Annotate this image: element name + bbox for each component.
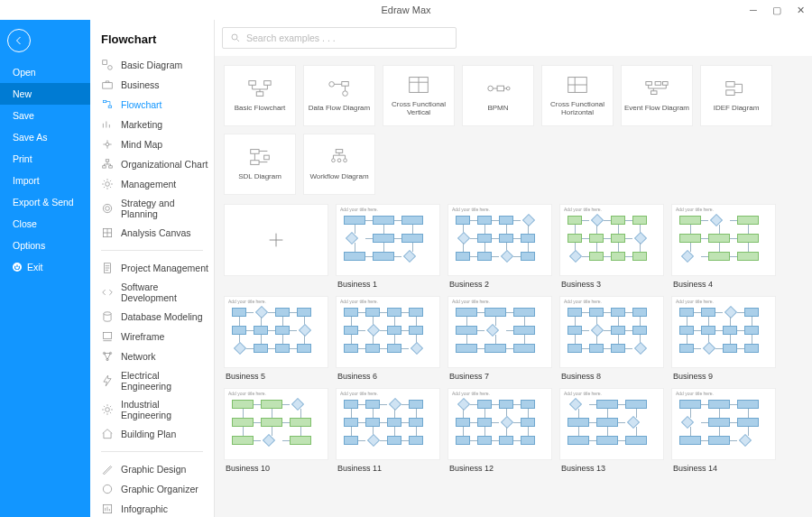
template-scroll-area[interactable]: Basic FlowchartData Flow DiagramCross Fu…: [215, 56, 812, 517]
svg-rect-8: [109, 166, 113, 168]
svg-rect-44: [251, 150, 259, 154]
category-separator: [101, 451, 203, 452]
category-item[interactable]: Wireframe: [90, 327, 212, 346]
example-template-card[interactable]: Add your title here.Business 9: [671, 296, 776, 381]
category-item[interactable]: Flowchart: [90, 95, 212, 115]
example-template-card[interactable]: Add your title here.Business 3: [559, 204, 664, 289]
category-item[interactable]: Organizational Chart: [90, 154, 212, 174]
example-template-card[interactable]: Add your title here.Business 12: [448, 388, 552, 473]
example-template-card[interactable]: Add your title here.Business 1: [336, 204, 440, 289]
category-item[interactable]: Analysis Canvas: [90, 223, 212, 243]
file-menu-item[interactable]: New: [0, 83, 90, 105]
diagram-type-card[interactable]: Basic Flowchart: [224, 65, 296, 126]
category-item[interactable]: Network: [90, 346, 212, 366]
template-label: Business 14: [671, 460, 776, 473]
example-template-card[interactable]: Add your title here.Business 8: [559, 296, 664, 381]
category-item[interactable]: Project Management: [90, 258, 212, 278]
category-item[interactable]: Mind Map: [90, 134, 212, 154]
template-label: Business 5: [224, 368, 328, 381]
category-item[interactable]: Electrical Engineering: [90, 366, 212, 395]
file-menu-item[interactable]: Save As: [0, 126, 90, 148]
diagram-type-label: Cross Functional Vertical: [385, 100, 452, 116]
category-item[interactable]: Infographic: [90, 499, 212, 517]
category-label: Project Management: [121, 263, 208, 273]
category-label: Marketing: [121, 119, 162, 130]
minimize-button[interactable]: ─: [742, 0, 765, 20]
category-label: Analysis Canvas: [121, 227, 191, 238]
grid-icon: [101, 226, 114, 239]
example-template-card[interactable]: Add your title here.Business 13: [559, 388, 664, 473]
template-thumbnail: Add your title here.: [336, 296, 440, 368]
file-menu-item[interactable]: Close: [0, 213, 90, 235]
category-label: Building Plan: [121, 429, 176, 439]
category-item[interactable]: Industrial Engineering: [90, 395, 212, 424]
template-thumbnail: Add your title here.: [559, 204, 664, 276]
category-item[interactable]: Database Modeling: [90, 307, 212, 327]
category-item[interactable]: Graphic Organizer: [90, 479, 212, 499]
search-box[interactable]: [222, 27, 457, 49]
diagram-type-card[interactable]: IDEF Diagram: [700, 65, 772, 126]
wire-icon: [101, 330, 114, 343]
app-body: OpenNewSaveSave AsPrintImportExport & Se…: [0, 20, 812, 517]
diagram-type-card[interactable]: Event Flow Diagram: [621, 65, 693, 126]
diagram-type-card[interactable]: BPMN: [462, 65, 534, 126]
category-item[interactable]: Marketing: [90, 115, 212, 134]
category-item[interactable]: Building Plan: [90, 424, 212, 444]
category-item[interactable]: Business: [90, 75, 212, 95]
example-template-card[interactable]: Add your title here.Business 2: [448, 204, 552, 289]
diagram-type-card[interactable]: Workflow Diagram: [303, 134, 375, 195]
diagram-type-card[interactable]: Data Flow Diagram: [303, 65, 375, 126]
maximize-button[interactable]: ▢: [765, 0, 789, 20]
search-input[interactable]: [246, 32, 448, 43]
file-menu-item[interactable]: Import: [0, 170, 90, 191]
example-template-card[interactable]: Add your title here.Business 7: [448, 296, 552, 381]
svg-rect-43: [726, 90, 734, 96]
category-item[interactable]: Graphic Design: [90, 459, 212, 479]
category-item[interactable]: Management: [90, 174, 212, 194]
template-label: Business 2: [448, 276, 552, 289]
diagram-type-icon: [327, 78, 352, 98]
template-thumbnail: Add your title here.: [559, 388, 664, 460]
category-title: Flowchart: [90, 20, 214, 55]
bars-icon: [101, 118, 114, 131]
diagram-type-label: Cross Functional Horizontal: [544, 100, 611, 116]
file-menu-item[interactable]: Exit: [0, 256, 90, 278]
example-template-card[interactable]: Add your title here.Business 5: [224, 296, 328, 381]
file-menu-item[interactable]: Print: [0, 148, 90, 170]
example-template-card[interactable]: Add your title here.Business 4: [671, 204, 776, 289]
svg-rect-4: [108, 106, 112, 107]
file-menu-item[interactable]: Save: [0, 105, 90, 126]
file-menu-item[interactable]: Options: [0, 235, 90, 256]
diagram-type-card[interactable]: Cross Functional Vertical: [383, 65, 455, 126]
file-menu-label: Exit: [27, 262, 43, 272]
template-label: Business 3: [559, 276, 664, 289]
diagram-type-card[interactable]: SDL Diagram: [224, 134, 296, 195]
example-template-card[interactable]: Add your title here.Business 14: [671, 388, 776, 473]
blank-template-card[interactable]: [224, 204, 328, 289]
category-item[interactable]: Strategy and Planning: [90, 194, 212, 223]
template-thumbnail: Add your title here.: [448, 296, 552, 368]
back-button[interactable]: [7, 29, 31, 52]
example-template-card[interactable]: Add your title here.Business 6: [336, 296, 440, 381]
window-controls: ─ ▢ ✕: [742, 0, 812, 20]
close-button[interactable]: ✕: [789, 0, 812, 20]
template-label: Business 8: [559, 368, 664, 381]
svg-point-32: [343, 91, 348, 97]
template-thumbnail: Add your title here.: [448, 388, 552, 460]
category-label: Graphic Organizer: [121, 484, 198, 494]
file-menu-item[interactable]: Open: [0, 61, 90, 83]
category-list[interactable]: Basic DiagramBusinessFlowchartMarketingM…: [90, 55, 214, 517]
diagram-type-card[interactable]: Cross Functional Horizontal: [541, 65, 614, 126]
file-menu-sidebar: OpenNewSaveSave AsPrintImportExport & Se…: [0, 20, 90, 517]
category-item[interactable]: Software Development: [90, 278, 212, 307]
category-label: Database Modeling: [121, 311, 202, 322]
svg-point-30: [329, 82, 335, 88]
file-menu-label: Open: [13, 67, 36, 78]
file-menu-label: Export & Send: [13, 197, 74, 208]
example-template-card[interactable]: Add your title here.Business 10: [224, 388, 328, 473]
template-label: Business 10: [224, 460, 328, 473]
file-menu-item[interactable]: Export & Send: [0, 191, 90, 213]
diagram-type-icon: [406, 75, 431, 95]
example-template-card[interactable]: Add your title here.Business 11: [336, 388, 440, 473]
category-item[interactable]: Basic Diagram: [90, 55, 212, 75]
